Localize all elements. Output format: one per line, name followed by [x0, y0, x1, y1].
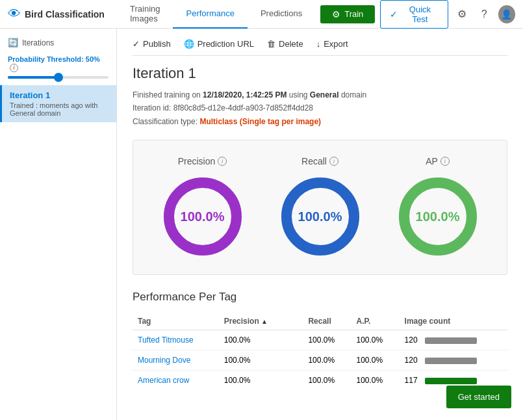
ap-cell: 100.0% — [351, 330, 399, 350]
recall-info-icon[interactable]: i — [329, 157, 338, 166]
export-icon: ↓ — [316, 39, 321, 49]
top-nav: 👁 Bird Classification Training Images Pe… — [0, 0, 523, 29]
recall-card: Recall i 100.0% — [278, 156, 363, 259]
iterations-icon: 🔄 — [8, 38, 18, 47]
quick-test-button[interactable]: ✓ Quick Test — [380, 0, 448, 29]
prediction-url-button[interactable]: 🌐 Prediction URL — [184, 39, 254, 49]
table-row: Tufted Titmouse 100.0% 100.0% 100.0% 120 — [133, 330, 507, 350]
recall-label: Recall i — [301, 156, 338, 166]
threshold-info-icon[interactable]: i — [10, 64, 18, 72]
empty-cell — [290, 330, 303, 350]
perf-table: Tag Precision ▲ Recall A.P. Image count … — [133, 313, 507, 390]
recall-donut: 100.0% — [278, 174, 363, 259]
col-header-ap: A.P. — [351, 313, 399, 330]
image-count-bar — [425, 337, 477, 344]
sidebar: 🔄 Iterations Probability Threshold: 50% … — [0, 29, 117, 420]
iteration-meta: Finished training on 12/18/2020, 1:42:25… — [133, 88, 507, 128]
content-toolbar: ✓ Publish 🌐 Prediction URL 🗑 Delete ↓ Ex… — [133, 39, 507, 56]
checkmark-icon: ✓ — [390, 9, 398, 20]
ap-info-icon[interactable]: i — [440, 157, 450, 166]
train-icon: ⚙ — [332, 9, 340, 20]
ap-cell: 100.0% — [351, 350, 399, 371]
delete-icon: 🗑 — [267, 39, 275, 49]
precision-cell: 100.0% — [219, 350, 290, 371]
tag-link[interactable]: Mourning Dove — [138, 356, 190, 365]
col-header-empty — [290, 313, 303, 330]
precision-label: Precision i — [178, 156, 227, 166]
empty-cell — [290, 371, 303, 391]
precision-cell: 100.0% — [219, 371, 290, 391]
user-avatar[interactable]: 👤 — [498, 5, 515, 23]
nav-actions: ⚙ Train ✓ Quick Test ⚙ ? 👤 — [320, 0, 515, 29]
get-started-button[interactable]: Get started — [446, 386, 511, 408]
recall-cell: 100.0% — [303, 371, 351, 391]
tab-training-images[interactable]: Training Images — [117, 0, 173, 29]
eye-icon: 👁 — [8, 7, 21, 21]
settings-icon[interactable]: ⚙ — [453, 5, 470, 23]
col-header-image-count: Image count — [400, 313, 507, 330]
content-area: ✓ Publish 🌐 Prediction URL 🗑 Delete ↓ Ex… — [117, 29, 523, 420]
recall-cell: 100.0% — [303, 330, 351, 350]
tab-predictions[interactable]: Predictions — [248, 0, 315, 29]
iteration-item[interactable]: Iteration 1 Trained : moments ago with G… — [0, 85, 116, 122]
image-count-cell: 120 — [400, 330, 507, 350]
image-count-bar — [425, 378, 477, 384]
precision-card: Precision i 100.0% — [160, 156, 245, 259]
recall-value: 100.0% — [298, 209, 342, 224]
perf-per-tag-title: Performance Per Tag — [133, 291, 507, 304]
tag-link[interactable]: American crow — [138, 376, 189, 385]
app-logo: 👁 Bird Classification — [8, 7, 112, 21]
recall-cell: 100.0% — [303, 350, 351, 371]
precision-cell: 100.0% — [219, 330, 290, 350]
iterations-header: 🔄 Iterations — [0, 35, 116, 53]
train-button[interactable]: ⚙ Train — [320, 5, 375, 23]
precision-donut: 100.0% — [160, 174, 245, 259]
globe-icon: 🌐 — [184, 39, 194, 49]
tag-link[interactable]: Tufted Titmouse — [138, 335, 194, 345]
col-header-precision[interactable]: Precision ▲ — [219, 313, 290, 330]
empty-cell — [290, 350, 303, 371]
precision-value: 100.0% — [181, 209, 225, 224]
publish-button[interactable]: ✓ Publish — [133, 39, 171, 49]
sort-arrow: ▲ — [261, 318, 268, 325]
tab-performance[interactable]: Performance — [173, 0, 247, 29]
col-header-recall: Recall — [303, 313, 351, 330]
image-count-cell: 120 — [400, 350, 507, 371]
precision-info-icon[interactable]: i — [218, 157, 227, 166]
app-title: Bird Classification — [25, 9, 105, 20]
help-icon[interactable]: ? — [476, 5, 492, 23]
publish-icon: ✓ — [133, 39, 140, 49]
prob-slider[interactable] — [8, 76, 108, 79]
metrics-container: Precision i 100.0% Recall i — [133, 140, 507, 275]
image-count-bar — [425, 358, 477, 364]
export-button[interactable]: ↓ Export — [316, 39, 348, 49]
table-row: Mourning Dove 100.0% 100.0% 100.0% 120 — [133, 350, 507, 371]
ap-donut: 100.0% — [396, 174, 480, 259]
ap-label: AP i — [426, 156, 450, 166]
iteration-title: Iteration 1 — [133, 65, 507, 82]
ap-value: 100.0% — [416, 209, 460, 224]
prob-threshold-label: Probability Threshold: 50% i — [8, 55, 108, 72]
ap-card: AP i 100.0% — [396, 156, 480, 259]
delete-button[interactable]: 🗑 Delete — [267, 39, 303, 49]
col-header-tag: Tag — [133, 313, 219, 330]
prob-threshold-section: Probability Threshold: 50% i — [0, 53, 116, 85]
nav-tabs: Training Images Performance Predictions — [117, 0, 315, 29]
main-layout: 🔄 Iterations Probability Threshold: 50% … — [0, 29, 523, 420]
ap-cell: 100.0% — [351, 371, 399, 391]
